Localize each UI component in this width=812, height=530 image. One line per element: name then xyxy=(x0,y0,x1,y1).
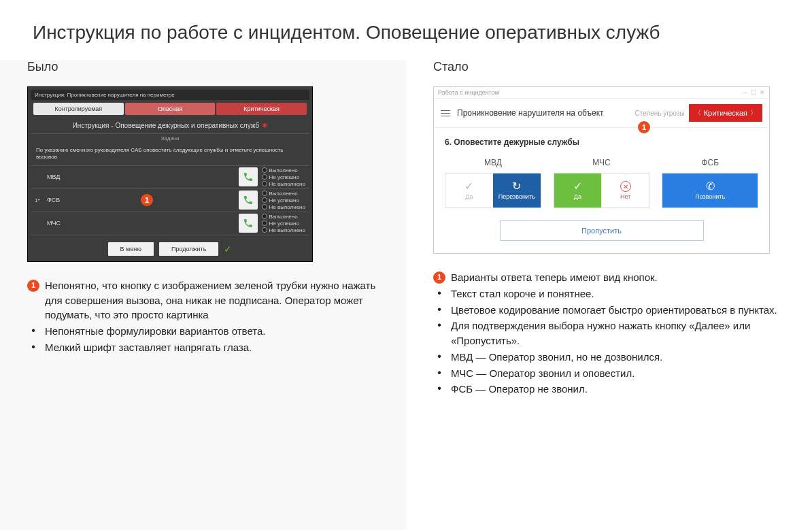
note-item: •Мелкий шрифт заставляет напрягать глаза… xyxy=(27,340,379,355)
tasks-label: Задачи xyxy=(31,134,309,143)
service-block-mvd: МВД ✓ Да ↻ Перезвонить xyxy=(445,158,541,208)
note-item: •МВД — Оператор звонил, но не дозвонился… xyxy=(433,350,785,365)
note-item: 1Варианты ответа теперь имеют вид кнопок… xyxy=(433,270,785,285)
callout-marker: 1 xyxy=(27,280,39,292)
after-heading: Стало xyxy=(433,60,785,74)
recall-button[interactable]: ↻ Перезвонить xyxy=(493,173,541,208)
radio-option[interactable]: Выполнено xyxy=(262,191,305,197)
hamburger-icon[interactable] xyxy=(441,108,450,118)
call-button[interactable]: ✆ Позвонить xyxy=(662,173,758,208)
bullet-icon: • xyxy=(433,382,445,396)
chevron-left-icon: 〈 xyxy=(694,108,701,118)
page-title: Инструкция по работе с инцидентом. Опове… xyxy=(0,0,812,60)
old-row-fsb: 1* ФСБ 1 Выполнено Не успешно Не выполне… xyxy=(31,189,309,212)
radio-option[interactable]: Выполнено xyxy=(262,214,305,220)
service-block-fsb: ФСБ ✆ Позвонить xyxy=(662,158,758,208)
callout-marker: 1 xyxy=(141,194,153,206)
note-item: •ФСБ — Оператор не звонил. xyxy=(433,382,785,397)
close-icon: ✕ xyxy=(620,181,631,192)
callout-marker: 1 xyxy=(433,271,445,284)
phone-button[interactable] xyxy=(239,167,258,186)
tab-controlled[interactable]: Контролируемая xyxy=(33,103,124,115)
note-text: Цветовое кодирование помогает быстро ори… xyxy=(451,303,785,318)
radio-option[interactable]: Не успешно xyxy=(262,174,305,180)
incident-title: Проникновение нарушителя на объект xyxy=(457,108,635,118)
phone-icon xyxy=(243,171,254,182)
note-text: МВД — Оператор звонил, но не дозвонился. xyxy=(451,350,785,365)
window-controls[interactable]: ─ ☐ ✕ xyxy=(743,89,765,96)
tab-critical[interactable]: Критическая xyxy=(216,103,307,115)
old-app-window: Инструкция: Проникновение нарушителя на … xyxy=(27,86,313,262)
radio-option[interactable]: Не успешно xyxy=(262,197,305,203)
old-instruction-text: По указанию сменного руководителя САБ оп… xyxy=(31,143,309,166)
check-icon: ✓ xyxy=(464,181,473,192)
radio-option[interactable]: Не выполнено xyxy=(262,181,305,187)
note-text: Непонятные формулировки вариантов ответа… xyxy=(45,324,379,339)
alert-icon: ✱ xyxy=(262,122,267,129)
note-text: МЧС — Оператор звонил и оповестил. xyxy=(451,366,785,381)
check-icon: ✓ xyxy=(224,244,232,254)
bullet-icon: • xyxy=(27,340,39,354)
note-item: 1Непонятно, что кнопку с изображением зе… xyxy=(27,278,379,322)
bullet-icon: • xyxy=(433,318,445,333)
bullet-icon: • xyxy=(433,286,445,301)
callout-marker: 1 xyxy=(638,121,650,133)
note-item: •Непонятные формулировки вариантов ответ… xyxy=(27,324,379,339)
tab-dangerous[interactable]: Опасная xyxy=(125,103,216,115)
before-column: Было Инструкция: Проникновение нарушител… xyxy=(0,60,406,530)
note-item: •Для подтверждения выбора нужно нажать к… xyxy=(433,318,785,348)
note-item: •Текст стал короче и понятнее. xyxy=(433,286,785,301)
menu-button[interactable]: В меню xyxy=(108,242,154,256)
yes-button[interactable]: ✓ Да xyxy=(554,173,601,208)
radio-option[interactable]: Не выполнено xyxy=(262,227,305,233)
service-block-mchs: МЧС ✓ Да ✕ Нет xyxy=(554,158,650,208)
threat-label: Степень угрозы xyxy=(635,110,684,117)
old-tabs: Контролируемая Опасная Критическая xyxy=(33,103,307,115)
skip-button[interactable]: Пропустить xyxy=(500,220,704,241)
bullet-icon: • xyxy=(27,324,39,338)
old-window-title: Инструкция: Проникновение нарушителя на … xyxy=(31,90,309,100)
radio-option[interactable]: Не успешно xyxy=(262,220,305,227)
yes-button-disabled[interactable]: ✓ Да xyxy=(445,173,493,208)
phone-icon xyxy=(243,195,254,205)
bullet-icon: • xyxy=(433,303,445,317)
phone-icon: ✆ xyxy=(706,181,715,192)
new-window-title: Работа с инцидентом xyxy=(438,89,499,96)
note-item: •МЧС — Оператор звонил и оповестил. xyxy=(433,366,785,381)
note-text: Непонятно, что кнопку с изображением зел… xyxy=(45,278,379,322)
radio-option[interactable]: Не выполнено xyxy=(262,204,305,210)
phone-button[interactable] xyxy=(239,214,258,233)
step-title: 6. Оповестите дежурные службы xyxy=(445,137,758,147)
note-text: Текст стал короче и понятнее. xyxy=(451,286,785,301)
after-notes: 1Варианты ответа теперь имеют вид кнопок… xyxy=(433,270,785,397)
before-notes: 1Непонятно, что кнопку с изображением зе… xyxy=(27,278,379,355)
bullet-icon: • xyxy=(433,350,445,364)
phone-icon xyxy=(243,218,254,229)
old-row-mvd: МВД Выполнено Не успешно Не выполнено xyxy=(31,166,309,189)
no-button[interactable]: ✕ Нет xyxy=(601,173,649,208)
check-icon: ✓ xyxy=(573,181,582,192)
phone-button[interactable] xyxy=(239,191,258,210)
radio-option[interactable]: Выполнено xyxy=(262,167,305,173)
note-text: ФСБ — Оператор не звонил. xyxy=(451,382,785,397)
before-heading: Было xyxy=(27,60,379,74)
note-text: Мелкий шрифт заставляет напрягать глаза. xyxy=(45,340,379,355)
bullet-icon: • xyxy=(433,366,445,380)
note-item: •Цветовое кодирование помогает быстро ор… xyxy=(433,303,785,318)
note-text: Для подтверждения выбора нужно нажать кн… xyxy=(451,318,785,348)
threat-badge-critical[interactable]: 〈 Критическая 〉 xyxy=(689,104,762,122)
after-column: Стало Работа с инцидентом ─ ☐ ✕ Проникно… xyxy=(406,60,812,530)
refresh-icon: ↻ xyxy=(512,181,521,192)
old-row-mchs: МЧС Выполнено Не успешно Не выполнено xyxy=(31,212,309,235)
new-app-window: Работа с инцидентом ─ ☐ ✕ Проникновение … xyxy=(433,86,770,254)
note-text: Варианты ответа теперь имеют вид кнопок. xyxy=(451,270,785,285)
chevron-right-icon: 〉 xyxy=(750,108,757,118)
continue-button[interactable]: Продолжить xyxy=(159,242,218,256)
old-subtitle: Инструкция - Оповещение дежурных и опера… xyxy=(31,118,309,134)
